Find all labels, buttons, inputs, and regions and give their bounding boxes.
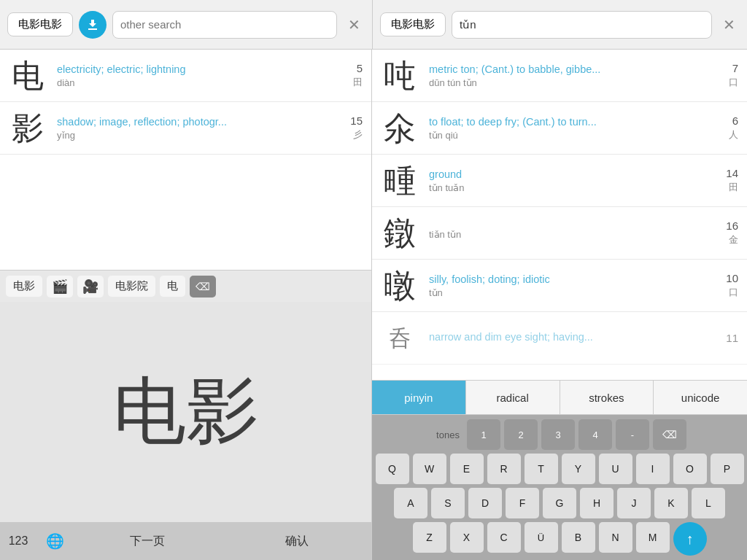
result-info: electricity; electric; lightning diàn <box>57 63 332 88</box>
table-row[interactable]: 鐓 tiǎn tǔn 16 金 <box>372 207 747 260</box>
keyboard-row-3: Z X C Ü B N M ↑ <box>375 522 744 556</box>
next-page-button[interactable]: 下一页 <box>73 528 222 555</box>
right-search-input[interactable] <box>452 11 712 39</box>
backspace-key[interactable]: ⌫ <box>653 419 686 450</box>
table-row[interactable]: 电 electricity; electric; lightning diàn … <box>0 50 371 102</box>
table-row[interactable]: 呑 narrow and dim eye sight; having... 11 <box>372 312 747 365</box>
key-Y[interactable]: Y <box>562 454 595 484</box>
submit-key[interactable]: ↑ <box>673 522 707 556</box>
result-meta: 10 口 <box>718 272 738 299</box>
right-tag-button[interactable]: 电影电影 <box>380 12 446 36</box>
camera-icon[interactable]: 🎥 <box>77 276 104 298</box>
autocomplete-item[interactable]: 电 <box>160 276 185 297</box>
character-display: 影 <box>9 112 47 144</box>
result-meta: 14 田 <box>718 167 738 194</box>
keyboard-area: tones 1 2 3 4 - ⌫ Q W E R T Y U I O P <box>372 415 747 560</box>
key-C[interactable]: C <box>487 522 521 553</box>
key-J[interactable]: J <box>617 488 651 518</box>
stroke-count: 6 <box>732 114 738 127</box>
result-meta: 5 田 <box>342 62 363 89</box>
table-row[interactable]: 畽 ground tǔn tuǎn 14 田 <box>372 155 747 207</box>
key-Z[interactable]: Z <box>413 522 446 553</box>
definition: to float; to deep fry; (Cant.) to turn..… <box>429 116 708 128</box>
radical: 田 <box>353 76 363 89</box>
key-N[interactable]: N <box>599 522 632 553</box>
left-tag-button[interactable]: 电影电影 <box>7 12 73 36</box>
left-search-bar: 电影电影 ✕ <box>0 0 372 49</box>
tone-4-key[interactable]: 4 <box>578 419 612 450</box>
radical: 金 <box>729 233 738 246</box>
character-display: 氽 <box>381 112 419 144</box>
tab-pinyin[interactable]: pinyin <box>372 381 466 414</box>
key-R[interactable]: R <box>487 454 521 484</box>
keyboard-tabs: pinyin radical strokes unicode <box>372 380 747 415</box>
confirm-button[interactable]: 确认 <box>222 528 372 555</box>
tone-3-key[interactable]: 3 <box>541 419 575 450</box>
right-clear-button[interactable]: ✕ <box>718 14 740 36</box>
stroke-count: 11 <box>726 332 738 344</box>
left-results-list: 电 electricity; electric; lightning diàn … <box>0 50 371 270</box>
key-A[interactable]: A <box>394 488 427 518</box>
key-O[interactable]: O <box>673 454 707 484</box>
tab-unicode[interactable]: unicode <box>654 381 747 414</box>
globe-button[interactable]: 🌐 <box>36 526 73 556</box>
key-U-umlaut[interactable]: Ü <box>525 522 558 553</box>
key-U[interactable]: U <box>599 454 632 484</box>
number-toggle-button[interactable]: 123 <box>0 529 36 553</box>
bottom-left-bar: 123 🌐 下一页 确认 <box>0 522 371 560</box>
pinyin: tiǎn tǔn <box>429 229 708 240</box>
tone-1-key[interactable]: 1 <box>467 419 500 450</box>
autocomplete-item[interactable]: 电影院 <box>108 276 155 297</box>
table-row[interactable]: 暾 silly, foolish; doting; idiotic tǔn 10… <box>372 260 747 312</box>
key-X[interactable]: X <box>450 522 484 553</box>
result-meta: 16 金 <box>718 219 738 246</box>
pinyin: tǔn tuǎn <box>429 182 708 193</box>
table-row[interactable]: 氽 to float; to deep fry; (Cant.) to turn… <box>372 102 747 155</box>
key-P[interactable]: P <box>711 454 744 484</box>
tone-2-key[interactable]: 2 <box>504 419 538 450</box>
table-row[interactable]: 吨 metric ton; (Cant.) to babble, gibbe..… <box>372 50 747 102</box>
result-meta: 11 <box>718 332 738 344</box>
table-row[interactable]: 影 shadow; image, reflection; photogr... … <box>0 102 371 155</box>
key-K[interactable]: K <box>654 488 688 518</box>
left-search-input[interactable] <box>112 11 337 39</box>
key-G[interactable]: G <box>543 488 576 518</box>
result-info: to float; to deep fry; (Cant.) to turn..… <box>429 116 708 141</box>
key-T[interactable]: T <box>525 454 558 484</box>
tab-radical[interactable]: radical <box>466 381 560 414</box>
key-F[interactable]: F <box>506 488 539 518</box>
download-button[interactable] <box>79 11 107 39</box>
result-info: silly, foolish; doting; idiotic tǔn <box>429 273 708 298</box>
key-I[interactable]: I <box>636 454 670 484</box>
key-B[interactable]: B <box>562 522 595 553</box>
tab-strokes[interactable]: strokes <box>560 381 654 414</box>
tone-row: tones 1 2 3 4 - ⌫ <box>375 419 744 450</box>
keyboard-row-2: A S D F G H J K L <box>375 488 744 518</box>
key-W[interactable]: W <box>413 454 446 484</box>
key-E[interactable]: E <box>450 454 484 484</box>
key-D[interactable]: D <box>468 488 502 518</box>
pinyin: yǐng <box>57 130 332 141</box>
result-info: ground tǔn tuǎn <box>429 168 708 193</box>
definition: silly, foolish; doting; idiotic <box>429 273 708 285</box>
tone-neutral-key[interactable]: - <box>616 419 649 450</box>
stroke-count: 10 <box>726 272 738 284</box>
key-L[interactable]: L <box>692 488 725 518</box>
left-clear-button[interactable]: ✕ <box>343 14 365 36</box>
delete-button[interactable]: ⌫ <box>190 276 216 298</box>
key-M[interactable]: M <box>636 522 670 553</box>
character-display: 电 <box>9 60 47 92</box>
result-meta: 15 彡 <box>342 114 363 141</box>
key-S[interactable]: S <box>431 488 465 518</box>
film-icon[interactable]: 🎬 <box>47 276 73 298</box>
right-search-bar: 电影电影 ✕ <box>372 0 747 49</box>
autocomplete-item[interactable]: 电影 <box>6 276 42 297</box>
stroke-count: 15 <box>350 114 363 127</box>
result-meta: 6 人 <box>718 114 738 141</box>
key-H[interactable]: H <box>580 488 614 518</box>
result-info: shadow; image, reflection; photogr... yǐ… <box>57 116 332 141</box>
definition: ground <box>429 168 708 180</box>
drawing-area[interactable]: 电影 <box>0 302 371 522</box>
key-Q[interactable]: Q <box>376 454 409 484</box>
radical: 人 <box>729 128 738 141</box>
